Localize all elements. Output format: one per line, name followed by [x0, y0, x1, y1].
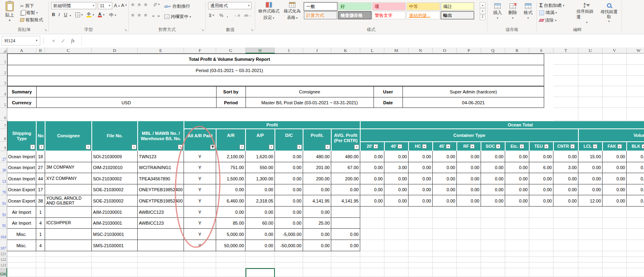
cell-F95[interactable]: Y [184, 218, 216, 229]
cell-W70[interactable]: 0.00 [627, 184, 644, 195]
cell-U104[interactable] [578, 229, 603, 240]
cell-Q122[interactable] [481, 257, 505, 263]
header-consignee[interactable]: Consignee▾ [45, 121, 92, 151]
cell-S107[interactable] [529, 240, 553, 251]
cell-M53[interactable]: 0.00 [384, 173, 409, 184]
cell-E122[interactable] [138, 257, 184, 263]
filter-shipping-type[interactable]: ▾ [30, 145, 35, 149]
cell-V122[interactable] [603, 257, 627, 263]
cell-T124[interactable] [553, 268, 578, 277]
select-all-corner[interactable] [0, 48, 7, 54]
delete-cells-button[interactable]: 刪除 ▾ [506, 3, 520, 20]
col-header-I[interactable]: I [275, 48, 303, 54]
filter-avg-profit[interactable]: ▾ [354, 145, 359, 149]
cell-C107[interactable] [45, 240, 92, 251]
cell-H92[interactable]: 0.00 [246, 207, 275, 218]
cell-V5[interactable] [603, 97, 627, 108]
filter-file-no[interactable]: ▾ [132, 145, 136, 149]
increase-decimal-button[interactable]: ←.0 [234, 14, 240, 17]
cell-W122[interactable] [627, 257, 644, 263]
filter-col-teu[interactable]: ▾ [544, 144, 549, 149]
row-header-121[interactable]: 121 [0, 251, 7, 257]
cell-K27[interactable]: 480.00 [331, 151, 360, 162]
copy-button[interactable]: 複製 ▾ [20, 10, 38, 16]
cell-B121[interactable] [36, 251, 45, 257]
orientation-button[interactable]: ab▾ [153, 2, 160, 6]
cell-Q92[interactable] [481, 207, 505, 218]
cell-S36[interactable]: 6.00 [529, 162, 553, 173]
cell-F92[interactable]: Y [184, 207, 216, 218]
filter-col-40[interactable]: ▾ [398, 144, 402, 149]
cell-R122[interactable] [505, 257, 529, 263]
cell-P27[interactable]: 0.00 [457, 151, 481, 162]
cell-G70[interactable]: 0.00 [216, 184, 246, 195]
header-col-etc[interactable]: Etc.▾ [505, 142, 529, 151]
cell-B122[interactable] [36, 257, 45, 263]
cell-K53[interactable]: 200.00 [331, 173, 360, 184]
cell-U95[interactable] [578, 218, 603, 229]
decrease-indent-button[interactable]: « [152, 13, 155, 18]
cell-P91[interactable]: 0.00 [457, 195, 481, 207]
cell-W1[interactable] [627, 54, 644, 65]
cell-U70[interactable]: 0.00 [578, 184, 603, 195]
cell-D123[interactable] [92, 263, 138, 268]
cell-L107[interactable] [360, 240, 384, 251]
filter-col-cntr[interactable]: ▾ [570, 144, 575, 149]
cell-I53[interactable]: 0.00 [275, 173, 303, 184]
cell-O124[interactable] [433, 268, 457, 277]
cell-C36[interactable]: 3M COMPANY [45, 162, 92, 173]
bold-button[interactable]: B [52, 12, 55, 17]
wrap-text-button[interactable]: ab↵ 自動換行 [164, 3, 190, 9]
cell-V53[interactable]: 0.00 [603, 173, 627, 184]
row-header-53[interactable]: 53 [0, 173, 7, 184]
cell-P123[interactable] [457, 263, 481, 268]
cell-A95[interactable]: Air Import [7, 218, 36, 229]
header-col-hc[interactable]: HC▾ [409, 142, 433, 151]
cell-I123[interactable] [275, 263, 303, 268]
cell-E27[interactable]: TWN123 [138, 151, 184, 162]
cell-D36[interactable]: OIM-21020010 [92, 162, 138, 173]
cell-E36[interactable]: WCITRAINING1 [138, 162, 184, 173]
row-header-95[interactable]: 95 [0, 218, 7, 229]
cell-T5[interactable] [553, 97, 578, 108]
cell-U123[interactable] [578, 263, 603, 268]
cell-B107[interactable]: 4 [36, 240, 45, 251]
cell-W36[interactable]: 0.00 [627, 162, 644, 173]
sort-filter-button[interactable]: AZ 排序與篩選 ▾ [576, 2, 597, 24]
cell-C92[interactable] [45, 207, 92, 218]
cell-W92[interactable] [627, 207, 644, 218]
filter-dc[interactable]: ▾ [297, 145, 302, 149]
font-name-combo[interactable]: 新細明體▾ [51, 2, 96, 9]
cell-Q104[interactable] [481, 229, 505, 240]
insert-function-button[interactable]: fx [68, 36, 77, 45]
cell-G95[interactable]: 85.00 [216, 218, 246, 229]
cell-style-1[interactable]: 好 [338, 2, 372, 10]
align-top-button[interactable]: ≡ [131, 2, 134, 7]
row-header-8[interactable]: 8 [0, 129, 7, 142]
cell-M122[interactable] [384, 257, 409, 263]
cell-style-5[interactable]: 計算方式 [304, 11, 337, 19]
cell-I122[interactable] [275, 257, 303, 263]
cell-V95[interactable] [603, 218, 627, 229]
cell-R95[interactable] [505, 218, 529, 229]
cell-W6[interactable] [627, 108, 644, 121]
italic-button[interactable]: I [58, 12, 60, 17]
cell-R70[interactable]: 0.00 [505, 184, 529, 195]
col-header-B[interactable]: B [36, 48, 45, 54]
cell-C70[interactable] [45, 184, 92, 195]
cell-W27[interactable]: 0.00 [627, 151, 644, 162]
cell-Q53[interactable]: 0.00 [481, 173, 505, 184]
header-group-volume[interactable]: Volume [578, 129, 644, 142]
cell-E53[interactable]: TPEA34567890 [138, 173, 184, 184]
user-label[interactable]: User [374, 86, 402, 97]
cell-T107[interactable] [553, 240, 578, 251]
cell-D95[interactable]: AIM-21030001 [92, 218, 138, 229]
cell-D104[interactable]: MSC-21030001 [92, 229, 138, 240]
header-col-rf[interactable]: RF▾ [457, 142, 481, 151]
cell-V70[interactable]: 0.00 [603, 184, 627, 195]
cell-M104[interactable] [384, 229, 409, 240]
cell-N91[interactable]: 0.00 [409, 195, 433, 207]
cell-T36[interactable]: 3.00 [553, 162, 578, 173]
row-header-6[interactable]: 6 [0, 108, 7, 121]
cell-V6[interactable] [603, 108, 627, 121]
